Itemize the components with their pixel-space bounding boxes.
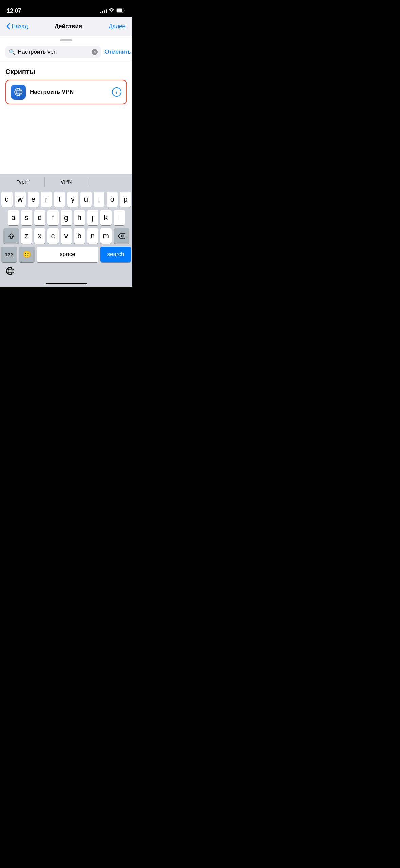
status-bar: 12:07	[0, 0, 132, 17]
keyboard-row-2: a s d f g h j k l	[1, 210, 131, 225]
search-input-wrap[interactable]: 🔍	[5, 46, 101, 58]
navigation-bar: Назад Действия Далее	[0, 17, 132, 36]
home-pill	[46, 283, 87, 284]
status-time: 12:07	[7, 7, 21, 14]
key-d[interactable]: d	[34, 210, 45, 225]
key-a[interactable]: a	[8, 210, 19, 225]
keyboard-row-4: 123 🙂 space search	[1, 247, 131, 262]
key-c[interactable]: c	[47, 228, 59, 244]
key-j[interactable]: j	[87, 210, 98, 225]
key-i[interactable]: i	[94, 192, 105, 207]
delete-key[interactable]	[114, 228, 129, 244]
key-q[interactable]: q	[1, 192, 13, 207]
key-n[interactable]: n	[87, 228, 98, 244]
shift-key[interactable]	[3, 228, 19, 244]
search-container: 🔍 Отменить	[0, 43, 132, 61]
back-button[interactable]: Назад	[7, 23, 28, 30]
svg-rect-1	[117, 9, 122, 12]
key-w[interactable]: w	[15, 192, 26, 207]
key-b[interactable]: b	[74, 228, 85, 244]
key-r[interactable]: r	[41, 192, 52, 207]
key-k[interactable]: k	[100, 210, 112, 225]
key-t[interactable]: t	[54, 192, 65, 207]
sheet-handle	[0, 36, 132, 43]
page-title: Действия	[55, 23, 82, 30]
globe-key-row	[0, 264, 132, 280]
key-y[interactable]: y	[67, 192, 78, 207]
info-button[interactable]: i	[112, 87, 121, 97]
home-indicator	[0, 280, 132, 287]
next-button[interactable]: Далее	[109, 23, 126, 30]
key-s[interactable]: s	[21, 210, 32, 225]
keyboard-rows: q w e r t y u i o p a s d f g h j k l	[0, 189, 132, 264]
emoji-key[interactable]: 🙂	[19, 247, 35, 262]
section-title: Скрипты	[5, 68, 127, 76]
content-area: Скрипты Настроить VPN i	[0, 61, 132, 104]
keyboard-row-3: z x c v b n m	[1, 228, 131, 244]
battery-icon	[116, 8, 126, 14]
space-key[interactable]: space	[37, 247, 98, 262]
key-o[interactable]: o	[107, 192, 118, 207]
item-icon	[11, 85, 26, 100]
numbers-key[interactable]: 123	[1, 247, 17, 262]
key-f[interactable]: f	[47, 210, 59, 225]
key-v[interactable]: v	[61, 228, 72, 244]
clear-button[interactable]	[92, 49, 98, 55]
cancel-button[interactable]: Отменить	[104, 49, 131, 55]
autocomplete-empty	[88, 174, 130, 189]
key-z[interactable]: z	[21, 228, 32, 244]
key-l[interactable]: l	[114, 210, 125, 225]
list-item[interactable]: Настроить VPN i	[5, 80, 127, 104]
search-input[interactable]	[18, 49, 90, 55]
key-e[interactable]: e	[28, 192, 39, 207]
wifi-icon	[109, 8, 114, 14]
item-label: Настроить VPN	[30, 89, 108, 95]
autocomplete-bar: "vpn" VPN	[0, 174, 132, 189]
key-p[interactable]: p	[120, 192, 131, 207]
key-x[interactable]: x	[34, 228, 45, 244]
autocomplete-vpn-caps[interactable]: VPN	[45, 174, 87, 189]
keyboard-area: "vpn" VPN q w e r t y u i o p a s d f g	[0, 174, 132, 287]
search-key[interactable]: search	[100, 247, 131, 262]
autocomplete-vpn-quoted[interactable]: "vpn"	[2, 174, 44, 189]
status-icons	[100, 8, 126, 14]
key-u[interactable]: u	[80, 192, 92, 207]
signal-icon	[100, 9, 107, 13]
keyboard-row-1: q w e r t y u i o p	[1, 192, 131, 207]
globe-key[interactable]	[5, 266, 15, 277]
key-g[interactable]: g	[61, 210, 72, 225]
key-h[interactable]: h	[74, 210, 85, 225]
search-icon: 🔍	[9, 49, 16, 55]
key-m[interactable]: m	[100, 228, 112, 244]
